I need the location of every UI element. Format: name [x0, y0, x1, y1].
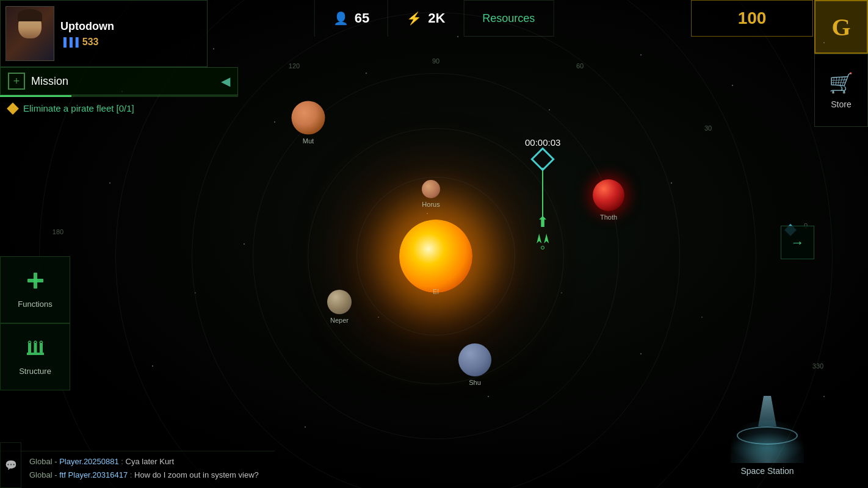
- degree-120: 120: [289, 62, 300, 70]
- functions-icon: [26, 271, 45, 295]
- population-value: 65: [355, 10, 369, 26]
- planet-horus-label: Horus: [422, 201, 439, 208]
- resources-label: Resources: [482, 12, 535, 25]
- energy-value: 2K: [428, 10, 445, 26]
- space-station[interactable]: Space Station: [728, 402, 807, 476]
- degree-330: 330: [812, 362, 823, 370]
- player-name: Uptodown: [60, 20, 202, 33]
- chat-msg-1: How do I zoom out in system view?: [134, 470, 259, 479]
- chat-panel: 💬 Global - Player.20250881 : Cya later K…: [0, 451, 275, 488]
- player-card: Uptodown ▐▐▐ 533: [0, 0, 208, 67]
- mission-objective: Eliminate a pirate fleet [0/1]: [0, 97, 238, 120]
- chat-icon: 💬: [5, 459, 17, 471]
- functions-label: Functions: [18, 300, 52, 309]
- structure-icon: [26, 338, 45, 362]
- chat-prefix-1: Global -: [29, 470, 59, 479]
- svg-rect-4: [34, 343, 37, 353]
- nav-diamond-icon: [530, 147, 555, 171]
- mission-add-icon[interactable]: +: [8, 73, 25, 90]
- planet-mut[interactable]: Mut: [292, 101, 325, 135]
- planet-shu[interactable]: Shu: [458, 343, 491, 376]
- svg-rect-5: [40, 343, 43, 353]
- functions-button[interactable]: Functions: [0, 256, 70, 323]
- nav-timer: 00:00:03: [525, 137, 560, 148]
- svg-rect-2: [27, 353, 44, 355]
- energy-icon: ⚡: [407, 11, 422, 26]
- chat-sep-1: :: [128, 470, 134, 479]
- mission-header: + Mission ◀: [0, 67, 238, 95]
- fleet-arrow-up: ⬆: [537, 214, 549, 231]
- left-sidebar: Functions Structure: [0, 256, 70, 390]
- mission-collapse-button[interactable]: ◀: [221, 74, 230, 88]
- degree-30: 30: [704, 124, 712, 132]
- planet-thoth[interactable]: Thoth: [593, 179, 624, 211]
- gold-value: 100: [738, 9, 767, 28]
- chat-msg-0: Cya later Kurt: [126, 457, 174, 466]
- planet-neper[interactable]: Neper: [327, 290, 352, 314]
- nav-arrow-icon: →: [791, 235, 805, 251]
- stats-bar-icon: ▐▐▐: [60, 37, 79, 47]
- planet-neper-label: Neper: [330, 317, 349, 324]
- player-stats: ▐▐▐ 533: [60, 37, 202, 48]
- sun: [399, 220, 472, 293]
- mission-objective-text: Eliminate a pirate fleet [0/1]: [23, 103, 134, 113]
- player-score: 533: [82, 37, 99, 48]
- space-station-visual: [728, 402, 807, 463]
- chat-line-1: Global - ftf Player.20316417 : How do I …: [29, 470, 270, 481]
- degree-180: 180: [52, 228, 63, 235]
- chat-icon-wrap: 💬: [0, 442, 21, 488]
- g-button[interactable]: G: [814, 0, 868, 54]
- chat-messages: Global - Player.20250881 : Cya later Kur…: [29, 456, 270, 481]
- structure-label: Structure: [19, 367, 51, 376]
- population-icon: 👤: [333, 11, 349, 26]
- nav-button[interactable]: →: [781, 226, 814, 259]
- svg-rect-3: [28, 343, 31, 353]
- chat-sep-0: :: [119, 457, 126, 466]
- resources-stat: Resources: [464, 0, 554, 37]
- player-info: Uptodown ▐▐▐ 533: [54, 20, 202, 48]
- planet-thoth-label: Thoth: [600, 214, 617, 221]
- mission-panel: + Mission ◀ Eliminate a pirate fleet [0/…: [0, 67, 238, 120]
- mission-title: Mission: [31, 75, 215, 88]
- chat-player-1: ftf Player.20316417: [59, 470, 128, 479]
- planet-mut-label: Mut: [303, 137, 314, 145]
- nav-marker: 00:00:03 ⬆: [525, 137, 560, 249]
- planet-shu-label: Shu: [469, 379, 481, 386]
- nav-path-line: [542, 168, 543, 217]
- structure-button[interactable]: Structure: [0, 323, 70, 390]
- store-label: Store: [831, 99, 851, 109]
- g-button-icon: G: [831, 13, 850, 41]
- planet-horus[interactable]: Horus: [422, 180, 440, 198]
- top-stats-bar: 👤 65 ⚡ 2K Resources: [314, 0, 554, 37]
- chat-player-0: Player.20250881: [59, 457, 119, 466]
- degree-60: 60: [576, 62, 584, 70]
- store-button[interactable]: 🛒 Store: [814, 54, 868, 127]
- planet-el-label: El: [433, 288, 439, 295]
- population-stat: 👤 65: [314, 0, 388, 37]
- player-avatar: [5, 6, 54, 61]
- energy-stat: ⚡ 2K: [388, 0, 464, 37]
- space-station-label: Space Station: [740, 466, 794, 476]
- chat-prefix-0: Global -: [29, 457, 59, 466]
- chat-line-0: Global - Player.20250881 : Cya later Kur…: [29, 456, 270, 467]
- store-cart-icon: 🛒: [829, 71, 853, 95]
- gold-block: 100: [691, 0, 813, 37]
- degree-90: 90: [432, 57, 439, 65]
- mission-diamond-icon: [7, 102, 19, 115]
- svg-rect-1: [27, 279, 43, 282]
- fleet-icons: [537, 234, 549, 249]
